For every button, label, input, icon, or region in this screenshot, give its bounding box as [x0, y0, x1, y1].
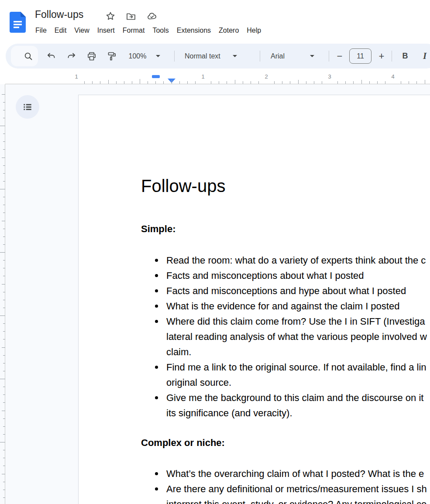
document-outline-button[interactable] — [16, 95, 39, 119]
ruler-tick — [84, 81, 85, 84]
first-line-indent-marker[interactable] — [152, 75, 160, 78]
bullet-line[interactable]: Find me a link to the original source. I… — [166, 360, 427, 375]
bullet-line[interactable]: Facts and misconceptions and hype about … — [166, 283, 406, 298]
bold-icon: B — [402, 51, 408, 61]
menu-extensions[interactable]: Extensions — [173, 24, 215, 37]
menu-tools[interactable]: Tools — [148, 24, 172, 37]
ruler-tick — [298, 80, 299, 84]
redo-button[interactable] — [62, 44, 81, 69]
cloud-saved-icon[interactable] — [147, 11, 157, 21]
search-button[interactable] — [19, 44, 38, 69]
horizontal-ruler[interactable]: 11234 — [0, 71, 430, 84]
menu-insert[interactable]: Insert — [93, 24, 119, 37]
ruler-number: 1 — [75, 73, 78, 80]
bullet-line[interactable]: Are there any definitional or metrics/me… — [166, 481, 427, 497]
ruler-tick — [2, 347, 5, 348]
ruler-tick — [401, 81, 401, 84]
font-dropdown-arrow — [310, 55, 314, 57]
bullet-line[interactable]: What’s the overarching claim of what I p… — [166, 466, 424, 481]
ruler-tick — [2, 474, 5, 474]
ruler-tick — [3, 434, 5, 435]
ruler-tick — [3, 197, 5, 197]
bullet-line[interactable]: Facts and misconceptions about what I po… — [166, 268, 364, 283]
bullet-line[interactable]: Where did this claim come from? Use the … — [166, 314, 425, 329]
bullet-line[interactable]: claim. — [166, 344, 191, 360]
star-icon[interactable] — [105, 11, 116, 21]
section-heading[interactable]: Simple: — [141, 223, 175, 235]
bullet-line[interactable]: lateral reading analysis of what the var… — [166, 329, 427, 344]
move-folder-icon[interactable] — [126, 11, 136, 21]
ruler-tick — [3, 355, 5, 356]
ruler-tick — [3, 102, 5, 103]
ruler-tick — [235, 80, 235, 84]
bullet-line[interactable]: original source. — [166, 375, 231, 390]
ruler-tick — [3, 418, 5, 419]
ruler-tick — [337, 81, 338, 84]
ruler-tick — [353, 81, 354, 84]
ruler-tick — [148, 81, 148, 84]
print-button[interactable] — [82, 44, 101, 69]
zoom-dropdown-arrow — [156, 55, 160, 57]
menu-view[interactable]: View — [70, 24, 93, 37]
bullet-line[interactable]: Read the room: what do a variety of expe… — [166, 253, 426, 268]
bullet-line[interactable]: interpret this event, study, or evidence… — [166, 497, 427, 504]
ruler-tick — [3, 300, 5, 300]
italic-button[interactable]: I — [416, 44, 430, 69]
print-icon — [86, 51, 97, 62]
styles-select[interactable]: Normal text — [179, 44, 255, 69]
menu-file[interactable]: File — [31, 24, 51, 37]
bullet-line[interactable]: What is the evidence for and against the… — [166, 298, 399, 314]
ruler-tick — [172, 80, 172, 84]
ruler-tick — [416, 81, 417, 84]
zoom-select[interactable]: 100% — [123, 44, 166, 69]
menu-edit[interactable]: Edit — [51, 24, 71, 37]
ruler-tick — [195, 81, 196, 84]
ruler-tick — [369, 81, 370, 84]
docs-logo-icon[interactable] — [10, 12, 26, 33]
ruler-tick — [274, 81, 275, 84]
increase-font-size-button[interactable]: + — [373, 44, 390, 69]
undo-button[interactable] — [42, 44, 61, 69]
toolbar-divider — [392, 51, 392, 62]
font-size-input[interactable]: 11 — [349, 48, 372, 64]
menu-help[interactable]: Help — [243, 24, 265, 37]
ruler-tick — [2, 284, 5, 285]
ruler-tick — [163, 81, 164, 84]
menu-zotero[interactable]: Zotero — [215, 24, 243, 37]
ruler-tick — [3, 466, 5, 466]
doc-title[interactable]: Follow-ups — [141, 176, 225, 195]
ruler-tick — [3, 118, 5, 118]
ruler-tick — [0, 442, 5, 442]
document-title[interactable]: Follow-ups — [35, 9, 83, 21]
page[interactable]: Follow-ups Simple:Read the room: what do… — [78, 95, 430, 504]
ruler-tick — [3, 110, 5, 110]
ruler-tick — [116, 81, 117, 84]
bold-button[interactable]: B — [396, 44, 414, 69]
bullet-line[interactable]: its significance (and veracity). — [166, 405, 292, 421]
ruler-tick — [2, 221, 5, 221]
ruler-tick — [306, 81, 306, 84]
bullet-line[interactable]: Give me the background to this claim and… — [166, 390, 423, 405]
section-heading[interactable]: Complex or niche: — [141, 437, 225, 449]
ruler-tick — [385, 81, 385, 84]
ruler-number: 1 — [201, 73, 204, 80]
ruler-tick — [3, 426, 5, 427]
editing-canvas: Follow-ups Simple:Read the room: what do… — [0, 84, 430, 504]
ruler-tick — [3, 165, 5, 166]
ruler-tick — [377, 81, 378, 84]
font-select[interactable]: Arial — [265, 44, 322, 69]
ruler-tick — [3, 181, 5, 182]
toolbar-divider — [174, 51, 175, 62]
ruler-tick — [3, 229, 5, 229]
paint-format-button[interactable] — [102, 44, 121, 69]
ruler-tick — [3, 450, 5, 450]
ruler-tick — [3, 149, 5, 150]
decrease-font-size-button[interactable]: − — [331, 44, 348, 69]
ruler-tick — [211, 81, 211, 84]
vertical-ruler[interactable] — [0, 84, 5, 504]
menu-format[interactable]: Format — [119, 24, 149, 37]
ruler-tick — [425, 80, 425, 84]
ruler-tick — [3, 497, 5, 498]
ruler-tick — [3, 173, 5, 174]
ruler-tick — [3, 363, 5, 363]
